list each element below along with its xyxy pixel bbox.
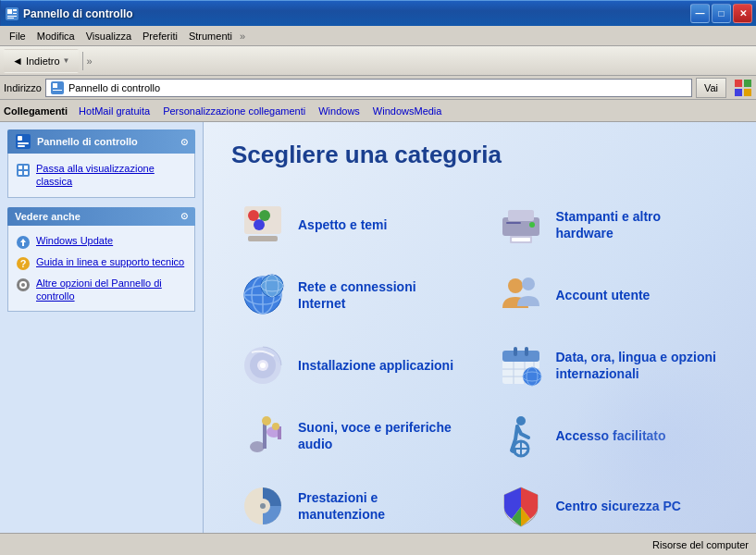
options-icon — [16, 278, 31, 292]
menu-more[interactable]: » — [238, 31, 247, 42]
data-icon — [499, 343, 543, 388]
address-label: Indirizzo — [4, 82, 42, 93]
category-aspetto[interactable]: Aspetto e temi — [231, 191, 471, 258]
suoni-icon — [241, 413, 285, 458]
prestazioni-label[interactable]: Prestazioni e manutenzione — [298, 489, 464, 523]
sidebar-see-also-section: Vedere anche ⊙ Windows Update ? Guid — [7, 207, 195, 313]
svg-rect-32 — [248, 236, 278, 241]
sidebar-panel-header[interactable]: Pannello di controllo ⊙ — [7, 130, 195, 154]
menu-preferiti[interactable]: Preferiti — [137, 29, 183, 43]
stampanti-label[interactable]: Stampanti e altro hardware — [556, 208, 722, 241]
svg-point-65 — [250, 441, 265, 452]
toolbar-divider — [82, 52, 83, 70]
panel-collapse-icon[interactable]: ⊙ — [180, 137, 188, 147]
aspetto-icon-wrap — [239, 201, 287, 249]
address-icon — [50, 80, 65, 95]
link-hotmail[interactable]: HotMail gratuita — [73, 104, 155, 118]
sicurezza-icon-wrap — [497, 482, 545, 530]
category-rete[interactable]: Rete e connessioni Internet — [231, 262, 471, 328]
svg-rect-19 — [24, 166, 28, 169]
accesso-icon — [499, 413, 543, 458]
installazione-label[interactable]: Installazione applicazioni — [298, 357, 453, 374]
sidebar-panel-content: Passa alla visualizzazione classica — [7, 154, 195, 198]
suoni-label[interactable]: Suoni, voce e periferiche audio — [298, 419, 464, 452]
sicurezza-label[interactable]: Centro sicurezza PC — [556, 498, 681, 514]
svg-rect-8 — [53, 90, 62, 91]
windows-logo — [734, 79, 752, 97]
other-options-label[interactable]: Altre opzioni del Pannello di controllo — [36, 277, 187, 303]
installazione-icon — [241, 343, 285, 388]
toolbar-more[interactable]: » — [87, 56, 93, 67]
back-button[interactable]: ◄ Indietro ▼ — [4, 49, 79, 73]
category-sicurezza[interactable]: Centro sicurezza PC — [490, 473, 729, 533]
svg-rect-21 — [24, 171, 28, 175]
sidebar-windows-update[interactable]: Windows Update — [12, 231, 191, 253]
category-accesso[interactable]: Accesso facilitato — [490, 402, 729, 469]
link-windowsmedia[interactable]: WindowsMedia — [367, 104, 448, 118]
svg-rect-5 — [7, 18, 14, 18]
data-label[interactable]: Data, ora, lingua e opzioni internaziona… — [556, 349, 722, 382]
see-also-collapse-icon[interactable]: ⊙ — [180, 211, 188, 221]
address-value[interactable]: Pannello di controllo — [68, 82, 160, 93]
rete-label[interactable]: Rete e connessioni Internet — [298, 278, 464, 312]
windows-update-label[interactable]: Windows Update — [36, 234, 113, 247]
windows-update-icon — [16, 235, 31, 250]
svg-rect-18 — [19, 166, 22, 169]
stampanti-icon — [499, 203, 543, 247]
sidebar-panel-title: Pannello di controllo — [37, 136, 138, 147]
link-windows[interactable]: Windows — [313, 104, 366, 118]
svg-point-37 — [529, 222, 535, 228]
account-label[interactable]: Account utente — [556, 287, 651, 303]
svg-point-47 — [508, 278, 523, 293]
minimize-button[interactable]: — — [690, 4, 710, 23]
svg-point-52 — [260, 363, 266, 368]
rete-icon — [241, 273, 285, 317]
svg-rect-3 — [13, 13, 17, 14]
svg-rect-9 — [735, 80, 742, 87]
classic-view-label[interactable]: Passa alla visualizzazione classica — [36, 162, 187, 189]
category-data[interactable]: Data, ora, lingua e opzioni internaziona… — [490, 332, 729, 399]
accesso-icon-wrap — [497, 412, 545, 460]
toolbar: ◄ Indietro ▼ » — [0, 46, 756, 76]
menu-modifica[interactable]: Modifica — [31, 29, 81, 43]
category-stampanti[interactable]: Stampanti e altro hardware — [490, 191, 729, 258]
main-area: Pannello di controllo ⊙ Passa alla visua… — [0, 122, 756, 533]
back-label: Indietro — [26, 56, 60, 67]
sidebar-classic-link[interactable]: Passa alla visualizzazione classica — [12, 159, 191, 191]
svg-rect-36 — [512, 238, 530, 241]
svg-point-30 — [259, 210, 270, 221]
sidebar-other-options[interactable]: Altre opzioni del Pannello di controllo — [12, 274, 191, 306]
close-button[interactable]: ✕ — [733, 4, 752, 23]
accesso-label[interactable]: Accesso facilitato — [556, 427, 666, 444]
category-installazione[interactable]: Installazione applicazioni — [231, 332, 471, 399]
sidebar-see-also-header[interactable]: Vedere anche ⊙ — [7, 207, 195, 226]
sidebar-panel-section: Pannello di controllo ⊙ Passa alla visua… — [7, 130, 195, 198]
sidebar-help[interactable]: ? Guida in linea e supporto tecnico — [12, 253, 191, 274]
category-prestazioni[interactable]: Prestazioni e manutenzione — [231, 473, 471, 533]
svg-rect-14 — [18, 136, 22, 141]
help-label[interactable]: Guida in linea e supporto tecnico — [36, 255, 184, 268]
category-suoni[interactable]: Suoni, voce e periferiche audio — [231, 402, 471, 469]
address-bar: Indirizzo Pannello di controllo Vai — [0, 76, 756, 100]
menu-file[interactable]: File — [4, 29, 31, 43]
svg-rect-56 — [525, 347, 528, 356]
title-bar: Pannello di controllo — □ ✕ — [0, 0, 756, 26]
menu-visualizza[interactable]: Visualizza — [81, 29, 137, 43]
content-area: Scegliere una categoria Aspetto e temi — [204, 122, 756, 533]
account-icon-wrap — [497, 271, 545, 319]
svg-point-70 — [272, 423, 279, 430]
window-title: Pannello di controllo — [23, 7, 690, 20]
prestazioni-icon-wrap — [239, 482, 287, 530]
go-button[interactable]: Vai — [696, 78, 726, 98]
maximize-button[interactable]: □ — [712, 4, 731, 23]
links-bar: Collegamenti HotMail gratuita Personaliz… — [0, 100, 756, 122]
svg-rect-12 — [744, 89, 751, 96]
aspetto-label[interactable]: Aspetto e temi — [298, 216, 387, 233]
menu-strumenti[interactable]: Strumenti — [183, 29, 238, 43]
aspetto-icon — [241, 203, 285, 247]
category-account[interactable]: Account utente — [490, 262, 729, 328]
window-controls: — □ ✕ — [690, 4, 752, 23]
link-personalizzazione[interactable]: Personalizzazione collegamenti — [157, 104, 311, 118]
account-icon — [499, 273, 543, 317]
see-also-title: Vedere anche — [15, 211, 81, 222]
